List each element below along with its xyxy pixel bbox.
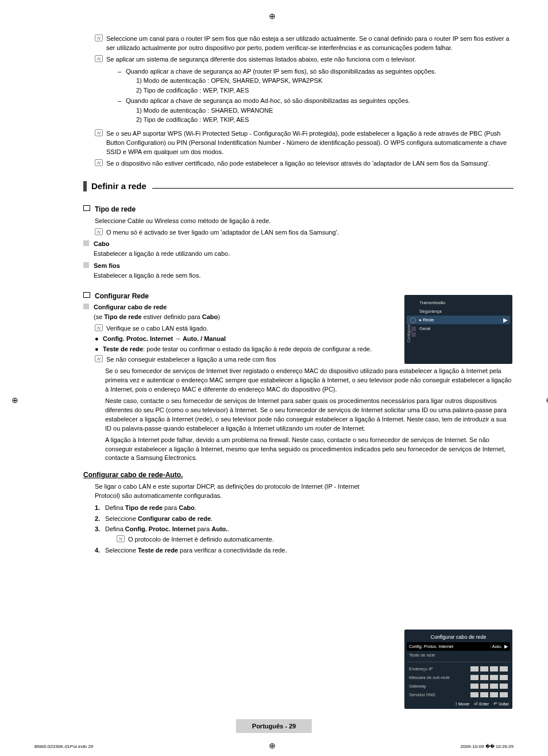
osd2-gw-row: Gateway [407, 682, 510, 690]
osd-item-label: Transmissão [419, 300, 446, 305]
note-icon: N [95, 34, 103, 41]
chevron-right-icon: ▶ [504, 644, 508, 649]
square-bullet-icon [83, 205, 90, 211]
step-text: Defina Config. Protoc. Internet para Aut… [105, 524, 514, 534]
step-number: 3. [95, 524, 105, 534]
para-firewall: A ligação à Internet pode falhar, devido… [105, 436, 514, 463]
heading-text: Tipo de rede [95, 205, 136, 213]
note-icon: N [95, 55, 103, 62]
osd2-protocol-row[interactable]: Config. Protoc. Internet : Auto.▶ [407, 642, 510, 651]
ip-field [470, 692, 508, 697]
subhead-config-auto: Configurar cabo de rede-Auto. [83, 471, 514, 479]
osd2-label: Máscara de sub-rede [409, 675, 450, 680]
step-number: 2. [95, 514, 105, 524]
heading-sem-fios: Sem fios [83, 262, 514, 269]
osd-menu-configurar: Configurar Transmissão Segurança ▸ Rede … [404, 295, 512, 364]
osd2-title: Configurar cabo de rede [407, 632, 510, 642]
heading-cabo: Cabo [83, 240, 514, 247]
sec-adhoc-mode: – Quando aplicar a chave de segurança ao… [118, 96, 514, 125]
ip-field [470, 684, 508, 689]
step-number: 1. [95, 503, 105, 513]
registration-mark-top: ⊕ [269, 11, 276, 21]
dash-icon: – [118, 67, 126, 76]
section-rule [152, 188, 514, 189]
sec-ap-mode: – Quando aplicar a chave de segurança ao… [118, 67, 514, 95]
ip-field [470, 675, 508, 680]
sub-text: Quando aplicar a chave de segurança ao m… [126, 97, 410, 104]
note-lead: Se aplicar um sistema de segurança difer… [106, 56, 416, 63]
osd-item-seguranca[interactable]: Segurança [407, 307, 510, 316]
cabo-desc: Estabelecer a ligação à rede utilizando … [94, 250, 514, 259]
step-1: 1. Defina Tipo de rede para Cabo. [95, 503, 514, 513]
hint-voltar: ↶Voltar [493, 701, 509, 707]
osd-item-rede[interactable]: ▸ Rede ▶ [407, 316, 510, 324]
note-text: O menu só é activado se tiver ligado um … [106, 228, 514, 237]
note-text: Se o seu AP suportar WPS (Wi-Fi Protecte… [106, 129, 514, 157]
ip-field [470, 666, 508, 671]
gray-square-icon [83, 304, 89, 309]
step-3-note: N O protocolo de Internet é definido aut… [117, 535, 514, 544]
dot-icon: ● [95, 335, 103, 344]
note-icon: N [95, 228, 103, 235]
gear-icon [410, 317, 416, 323]
step-2: 2. Seleccione Configurar cabo de rede. [95, 514, 514, 524]
semfios-desc: Estabelecer a ligação à rede sem fios. [94, 271, 514, 281]
tipo-desc: Seleccione Cable ou Wireless como método… [95, 217, 514, 226]
enter-icon: ⏎ [474, 701, 478, 707]
note-channel-interference: N Seleccione um canal para o router IP s… [95, 34, 514, 53]
menu-icon [411, 327, 416, 331]
note-text: Se o dispositivo não estiver certificado… [106, 159, 514, 168]
osd-item-transmissao[interactable]: Transmissão [407, 298, 510, 307]
step-text: Seleccione Configurar cabo de rede. [105, 514, 514, 524]
tipo-note: N O menu só é activado se tiver ligado u… [95, 228, 514, 237]
updown-icon: ↕ [455, 701, 457, 707]
osd2-label: Servidor DNS [409, 692, 435, 697]
osd-item-label: ▸ Rede [419, 317, 434, 323]
doc-timestamp: 2009-10-09 �� 10:26:29 [460, 744, 514, 749]
osd2-teste-row[interactable]: Teste de rede [407, 651, 510, 659]
osd2-label: Config. Protoc. Internet [409, 644, 453, 649]
bullet-text: Teste de rede: pode testar ou confirmar … [103, 345, 372, 354]
osd-item-label: Geral [419, 326, 431, 331]
step-text: Seleccione Teste de rede para verificar … [105, 546, 514, 555]
step-text: Defina Tipo de rede para Cabo. [105, 503, 514, 513]
osd-item-label: Segurança [419, 309, 442, 314]
step-3: 3. Defina Config. Protoc. Internet para … [95, 524, 514, 534]
osd2-label: Endereço IP [409, 666, 433, 671]
osd2-label: Gateway [409, 684, 426, 689]
enc-line: 2) Tipo de codificação : WEP, TKIP, AES [136, 115, 514, 125]
step-4: 4. Seleccione Teste de rede para verific… [95, 546, 514, 555]
osd2-label: Teste de rede [409, 653, 435, 658]
auth-line: 1) Modo de autenticação : OPEN, SHARED, … [136, 76, 514, 86]
osd2-footer: ↕Mover ⏎Enter ↶Voltar [407, 699, 510, 707]
note-not-certified: N Se o dispositivo não estiver certifica… [95, 159, 514, 168]
heading-text: Cabo [94, 240, 110, 247]
section-bar-icon [83, 181, 87, 191]
sub-text: Quando aplicar a chave de segurança ao A… [126, 68, 436, 75]
bullet-text: Config. Protoc. Internet → Auto. / Manua… [103, 335, 226, 344]
auto-intro: Se ligar o cabo LAN e este suportar DHCP… [95, 482, 382, 501]
note-icon: N [95, 159, 103, 166]
osd2-value: : Auto. [490, 644, 502, 649]
note-icon: N [117, 535, 125, 542]
note-security-systems: N Se aplicar um sistema de segurança dif… [95, 55, 514, 127]
hint-mover: ↕Mover [455, 701, 469, 707]
registration-mark-bottom: ⊕ [269, 741, 276, 750]
note-icon: N [95, 355, 103, 362]
osd2-mask-row: Máscara de sub-rede [407, 673, 510, 682]
note-text: Seleccione um canal para o router IP sem… [106, 34, 514, 53]
registration-mark-right: ⊕ [546, 396, 548, 405]
section-definir-a-rede: Definir a rede [83, 181, 514, 191]
note-wps: N Se o seu AP suportar WPS (Wi-Fi Protec… [95, 129, 514, 157]
gray-square-icon [83, 262, 89, 268]
para-mac: Se o seu fornecedor de serviços de Inter… [105, 367, 514, 394]
hint-enter: ⏎Enter [474, 701, 489, 707]
heading-text: Configurar Rede [95, 292, 149, 300]
osd-item-geral[interactable]: Geral [407, 324, 510, 333]
square-bullet-icon [83, 292, 90, 298]
osd2-ip-row: Endereço IP [407, 665, 510, 673]
step-number: 4. [95, 546, 105, 555]
heading-text: Sem fios [94, 262, 120, 269]
dash-icon: – [118, 96, 126, 106]
heading-tipo-de-rede: Tipo de rede [83, 205, 514, 213]
